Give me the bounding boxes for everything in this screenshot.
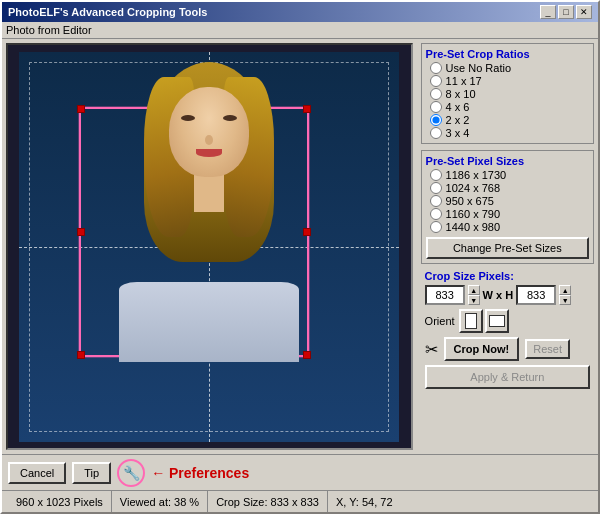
reset-button[interactable]: Reset: [525, 339, 570, 359]
preferences-button[interactable]: 🔧: [117, 459, 145, 487]
ratio-8x10[interactable]: 8 x 10: [430, 88, 589, 100]
pixel-1440x980-input[interactable]: [430, 221, 442, 233]
pixel-950x675-input[interactable]: [430, 195, 442, 207]
photo-source-label: Photo from Editor: [6, 24, 92, 36]
content-area: Pre-Set Crop Ratios Use No Ratio 11 x 17: [2, 39, 598, 454]
height-up-arrow[interactable]: ▲: [559, 285, 571, 295]
landscape-icon: [489, 315, 505, 327]
right-panel-inner: Pre-Set Crop Ratios Use No Ratio 11 x 17: [421, 43, 594, 450]
minimize-button[interactable]: _: [540, 5, 556, 19]
orient-portrait-button[interactable]: [459, 309, 483, 333]
ratio-3x4-input[interactable]: [430, 127, 442, 139]
portrait-icon: [465, 313, 477, 329]
ratio-none[interactable]: Use No Ratio: [430, 62, 589, 74]
pixel-1024x768-input[interactable]: [430, 182, 442, 194]
preferences-label: ← Preferences: [151, 465, 249, 481]
pixel-1160x790-label: 1160 x 790: [446, 208, 500, 220]
ratio-8x10-input[interactable]: [430, 88, 442, 100]
ratio-11x17[interactable]: 11 x 17: [430, 75, 589, 87]
status-viewed-at: Viewed at: 38 %: [112, 491, 208, 512]
ratio-11x17-input[interactable]: [430, 75, 442, 87]
width-up-arrow[interactable]: ▲: [468, 285, 480, 295]
window-title: PhotoELF's Advanced Cropping Tools: [8, 6, 207, 18]
crop-now-section: ✂ Crop Now! Reset: [425, 337, 590, 361]
ratio-2x2-input[interactable]: [430, 114, 442, 126]
apply-return-button[interactable]: Apply & Return: [425, 365, 590, 389]
crop-now-button[interactable]: Crop Now!: [444, 337, 520, 361]
change-preset-sizes-button[interactable]: Change Pre-Set Sizes: [426, 237, 589, 259]
pixel-1440x980[interactable]: 1440 x 980: [430, 221, 589, 233]
ratio-3x4-label: 3 x 4: [446, 127, 470, 139]
pixel-1160x790-input[interactable]: [430, 208, 442, 220]
pixel-1186x1730[interactable]: 1186 x 1730: [430, 169, 589, 181]
ratio-4x6-input[interactable]: [430, 101, 442, 113]
handle-top-right[interactable]: [303, 105, 311, 113]
status-bar: 960 x 1023 Pixels Viewed at: 38 % Crop S…: [2, 490, 598, 512]
ratio-none-label: Use No Ratio: [446, 62, 511, 74]
width-spin-arrows: ▲ ▼: [468, 285, 480, 305]
crop-ratios-title: Pre-Set Crop Ratios: [426, 48, 589, 60]
main-window: PhotoELF's Advanced Cropping Tools _ □ ✕…: [0, 0, 600, 514]
maximize-button[interactable]: □: [558, 5, 574, 19]
ratio-2x2-label: 2 x 2: [446, 114, 470, 126]
crop-size-label: Crop Size Pixels:: [425, 270, 590, 282]
pixel-1186x1730-input[interactable]: [430, 169, 442, 181]
height-spin-arrows: ▲ ▼: [559, 285, 571, 305]
wh-separator: W x H: [483, 289, 514, 301]
title-bar: PhotoELF's Advanced Cropping Tools _ □ ✕: [2, 2, 598, 22]
handle-middle-left[interactable]: [77, 228, 85, 236]
orient-landscape-button[interactable]: [485, 309, 509, 333]
status-coordinates: X, Y: 54, 72: [328, 491, 401, 512]
menu-bar: Photo from Editor: [2, 22, 598, 39]
ratio-11x17-label: 11 x 17: [446, 75, 482, 87]
ratio-8x10-label: 8 x 10: [446, 88, 476, 100]
pixel-950x675[interactable]: 950 x 675: [430, 195, 589, 207]
handle-middle-right[interactable]: [303, 228, 311, 236]
pixel-sizes-group: 1186 x 1730 1024 x 768 950 x 675 11: [430, 169, 589, 233]
cancel-button[interactable]: Cancel: [8, 462, 66, 484]
pixel-sizes-title: Pre-Set Pixel Sizes: [426, 155, 589, 167]
title-bar-buttons: _ □ ✕: [540, 5, 592, 19]
image-panel: [6, 43, 413, 450]
tip-button[interactable]: Tip: [72, 462, 111, 484]
crop-height-input[interactable]: [516, 285, 556, 305]
orient-buttons: [459, 309, 509, 333]
ratio-4x6-label: 4 x 6: [446, 101, 470, 113]
orient-row: Orient: [425, 309, 590, 333]
photo-container: [8, 45, 411, 448]
bottom-bar: Cancel Tip 🔧 ← Preferences: [2, 454, 598, 490]
close-button[interactable]: ✕: [576, 5, 592, 19]
pixel-950x675-label: 950 x 675: [446, 195, 494, 207]
pixel-1024x768-label: 1024 x 768: [446, 182, 500, 194]
scissors-icon: ✂: [425, 340, 438, 359]
crop-ratios-section: Pre-Set Crop Ratios Use No Ratio 11 x 17: [421, 43, 594, 144]
handle-bottom-left[interactable]: [77, 351, 85, 359]
status-image-size: 960 x 1023 Pixels: [8, 491, 112, 512]
ratio-4x6[interactable]: 4 x 6: [430, 101, 589, 113]
pixel-sizes-section: Pre-Set Pixel Sizes 1186 x 1730 1024 x 7…: [421, 150, 594, 264]
pixel-1440x980-label: 1440 x 980: [446, 221, 500, 233]
right-panel: Pre-Set Crop Ratios Use No Ratio 11 x 17: [417, 39, 598, 454]
crop-size-row: ▲ ▼ W x H ▲ ▼: [425, 285, 590, 305]
pixel-1160x790[interactable]: 1160 x 790: [430, 208, 589, 220]
crop-width-input[interactable]: [425, 285, 465, 305]
ratio-none-input[interactable]: [430, 62, 442, 74]
crop-ratios-group: Use No Ratio 11 x 17 8 x 10 4 x 6: [430, 62, 589, 139]
handle-top-left[interactable]: [77, 105, 85, 113]
orient-label: Orient: [425, 315, 455, 327]
ratio-2x2[interactable]: 2 x 2: [430, 114, 589, 126]
width-down-arrow[interactable]: ▼: [468, 295, 480, 305]
pixel-1024x768[interactable]: 1024 x 768: [430, 182, 589, 194]
ratio-3x4[interactable]: 3 x 4: [430, 127, 589, 139]
controls-box: Crop Size Pixels: ▲ ▼ W x H ▲ ▼: [421, 266, 594, 393]
height-down-arrow[interactable]: ▼: [559, 295, 571, 305]
pixel-1186x1730-label: 1186 x 1730: [446, 169, 507, 181]
status-crop-size: Crop Size: 833 x 833: [208, 491, 328, 512]
